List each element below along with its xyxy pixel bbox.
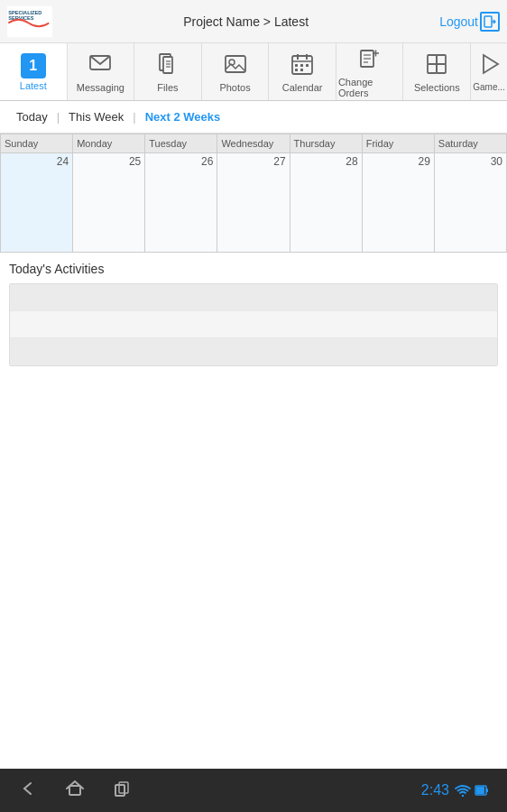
calendar-week-row: 24 25 26 27 28 29 30 [1,153,507,253]
system-nav-icons [18,779,132,803]
tab-change-orders[interactable]: Change Orders [336,43,404,100]
svg-text:SPECIALIZED: SPECIALIZED [8,9,41,14]
tab-latest[interactable]: 1 Latest [0,43,68,100]
date-29: 29 [366,155,430,168]
tab-photos-label: Photos [219,82,250,93]
tab-latest-label: Latest [20,80,47,91]
calendar-cell-tue[interactable]: 26 [145,153,217,253]
breadcrumb: Project Name > Latest [52,14,439,29]
tab-messaging[interactable]: Messaging [68,43,135,100]
activity-row [10,284,497,311]
calendar-cell-mon[interactable]: 25 [73,153,145,253]
activity-row [10,311,497,338]
svg-point-36 [462,795,464,797]
tab-change-orders-label: Change Orders [338,77,401,98]
battery-icon [475,784,489,797]
tab-gameplan[interactable]: Game... [471,43,507,100]
gameplan-icon [476,51,502,80]
home-button[interactable] [65,779,85,803]
col-header-monday: Monday [73,134,145,153]
calendar-cell-thu[interactable]: 28 [290,153,362,253]
col-header-thursday: Thursday [290,134,362,153]
calendar-cell-fri[interactable]: 29 [362,153,434,253]
col-header-saturday: Saturday [434,134,506,153]
col-header-friday: Friday [362,134,434,153]
svg-rect-19 [306,64,309,67]
logo: SPECIALIZED SERVICES [7,5,52,38]
status-icons [455,784,489,797]
svg-rect-34 [115,785,124,796]
files-icon [155,51,180,80]
calendar-cell-wed[interactable]: 27 [217,153,290,253]
svg-rect-21 [300,69,303,71]
latest-badge: 1 [21,53,46,78]
date-27: 27 [221,155,285,168]
svg-rect-11 [226,56,245,72]
svg-rect-38 [486,789,488,792]
calendar-navigation: Today | This Week | Next 2 Weeks [0,101,507,134]
selections-icon [424,51,449,80]
calendar-cell-sat[interactable]: 30 [434,153,506,253]
tab-calendar-label: Calendar [282,82,323,93]
col-header-tuesday: Tuesday [145,134,217,153]
calendar-icon [290,51,315,80]
svg-rect-17 [295,64,298,67]
tab-selections[interactable]: Selections [403,43,471,100]
date-24: 24 [5,155,69,168]
tab-files-label: Files [157,82,178,93]
recent-apps-button[interactable] [112,779,132,803]
nav-divider-1: | [57,110,60,124]
tab-gameplan-label: Game... [473,82,505,92]
svg-rect-30 [428,64,437,73]
svg-marker-32 [484,55,498,73]
date-28: 28 [294,155,358,168]
activities-title: Today's Activities [9,262,498,276]
photos-icon [223,51,248,80]
logout-label: Logout [439,14,478,29]
messaging-icon [88,51,113,80]
today-button[interactable]: Today [9,106,55,127]
nav-tabs: 1 Latest Messaging Files [0,43,507,101]
system-status: 2:43 [421,782,489,798]
tab-files[interactable]: Files [134,43,202,100]
svg-rect-39 [476,787,484,794]
back-button[interactable] [18,779,38,803]
change-orders-icon [357,46,383,75]
tab-messaging-label: Messaging [77,82,124,93]
calendar-grid: Sunday Monday Tuesday Wednesday Thursday… [0,134,507,253]
this-week-button[interactable]: This Week [61,106,131,127]
activities-list [9,283,498,366]
date-26: 26 [149,155,213,168]
svg-rect-31 [437,64,446,73]
svg-rect-20 [295,69,298,71]
svg-rect-29 [437,55,446,64]
svg-rect-18 [300,64,303,67]
svg-rect-3 [484,16,492,27]
calendar-cell-sun[interactable]: 24 [1,153,73,253]
nav-divider-2: | [133,110,135,124]
svg-rect-7 [163,57,172,73]
svg-rect-28 [428,55,437,64]
activity-row [10,338,497,365]
top-bar: SPECIALIZED SERVICES Project Name > Late… [0,0,507,43]
activities-section: Today's Activities [0,253,507,366]
tab-selections-label: Selections [414,82,460,93]
tab-photos[interactable]: Photos [202,43,270,100]
clock: 2:43 [421,782,449,798]
tab-calendar[interactable]: Calendar [269,43,336,100]
col-header-wednesday: Wednesday [217,134,290,153]
bottom-bar: 2:43 [0,769,507,812]
logout-icon [480,12,500,32]
svg-rect-33 [69,786,80,795]
next-2-weeks-button[interactable]: Next 2 Weeks [138,106,228,127]
logout-button[interactable]: Logout [439,12,500,32]
date-30: 30 [438,155,502,168]
wifi-icon [455,784,471,797]
col-header-sunday: Sunday [1,134,73,153]
date-25: 25 [77,155,141,168]
